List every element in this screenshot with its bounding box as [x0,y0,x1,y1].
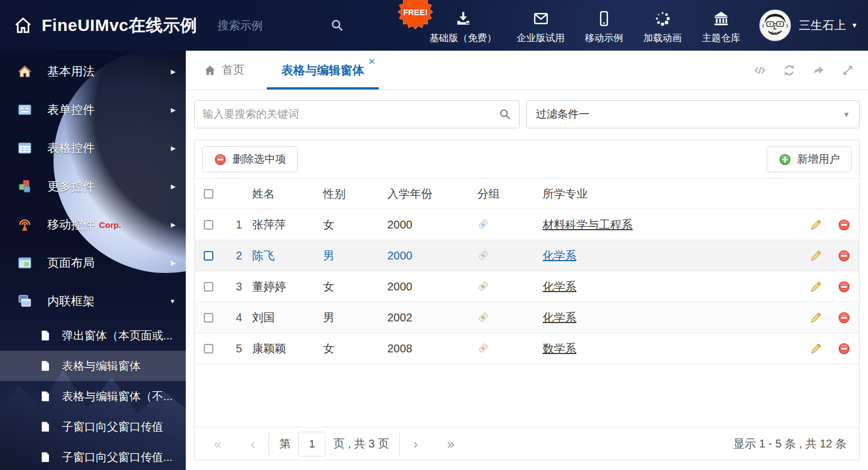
sidebar-item-iframe[interactable]: 内联框架 ▼ [0,282,186,320]
file-icon [39,390,52,402]
col-header-name: 姓名 [243,186,315,202]
table-row: 3 董婷婷 女 2000 化学系 [195,271,859,302]
prev-page-icon[interactable]: ‹ [247,437,258,451]
row-checkbox[interactable] [204,220,213,230]
sidebar-subitem-grid-edit-window[interactable]: 表格与编辑窗体 [0,351,186,381]
share-icon[interactable] [812,64,825,77]
chevron-down-icon: ▼ [851,21,858,29]
sidebar-subitem-popup-window[interactable]: 弹出窗体（本页面或... [0,320,186,351]
edit-row-button[interactable] [809,311,822,324]
cell-year: 2008 [382,342,471,355]
keyword-search-box [194,100,520,128]
sidebar-subitem-grid-edit-window-2[interactable]: 表格与编辑窗体（不... [0,381,186,411]
sidebar-item-layout[interactable]: 页面布局 ▶ [0,244,186,282]
app-header: FineUIMvc在线示例 FREE! 基础版（免费） 企业版试用 移动示例 加… [0,0,868,51]
bank-icon [713,10,730,27]
col-header-group: 分组 [471,186,536,202]
cell-gender: 女 [315,217,382,232]
row-checkbox[interactable] [204,251,213,261]
edit-row-button[interactable] [809,342,822,355]
cell-name: 董婷婷 [243,279,315,294]
fullscreen-icon[interactable] [841,64,854,77]
main-area: 首页 表格与编辑窗体 ✕ [186,51,868,470]
col-header-major: 所学专业 [536,186,803,202]
nav-basic-free[interactable]: FREE! 基础版（免费） [429,7,496,44]
user-menu[interactable]: 三生石上 ▼ [759,10,858,41]
grid-icon [17,140,33,156]
nav-themes[interactable]: 主题仓库 [702,7,740,44]
home-icon [204,64,216,77]
nav-enterprise[interactable]: 企业版试用 [517,7,565,44]
edit-row-button[interactable] [809,249,822,262]
major-link[interactable]: 材料科学与工程系 [543,218,633,231]
delete-row-button[interactable] [838,311,851,324]
view-source-icon[interactable] [753,64,767,77]
keyword-search-input[interactable] [195,108,499,120]
spinner-icon [654,10,671,27]
delete-row-button[interactable] [838,249,851,262]
chevron-down-icon: ▼ [843,110,850,119]
download-icon [455,10,472,27]
grid-header-row: 姓名 性别 入学年份 分组 所学专业 [195,179,859,209]
search-icon[interactable] [330,19,344,32]
tag-icon [477,312,489,323]
next-page-icon[interactable]: › [410,437,421,451]
row-index: 2 [222,249,243,262]
delete-row-button[interactable] [838,342,851,355]
data-grid: 姓名 性别 入学年份 分组 所学专业 1 张萍萍 女 2000 材料科学与工程系… [195,179,859,460]
sidebar: 基本用法 ▶ 表单控件 ▶ 表格控件 ▶ 更多控件 ▶ 移动控件 Corp. ▶… [0,51,186,470]
delete-row-button[interactable] [838,218,851,231]
page-number-input[interactable] [298,432,325,456]
frames-icon [17,293,33,309]
row-checkbox[interactable] [204,313,213,323]
cell-name: 陈飞 [243,248,315,263]
tag-icon [477,219,489,230]
sidebar-subitem-child-to-parent-2[interactable]: 子窗口向父窗口传值... [0,442,186,470]
refresh-icon[interactable] [782,64,796,77]
last-page-icon[interactable]: » [444,437,458,451]
add-user-button[interactable]: 新增用户 [767,146,852,172]
sidebar-item-mobile[interactable]: 移动控件 Corp. ▶ [0,205,186,244]
grid-empty-space [195,364,859,427]
tab-grid-edit-window[interactable]: 表格与编辑窗体 ✕ [267,51,379,89]
nav-mobile-demo[interactable]: 移动示例 [585,7,623,44]
edit-row-button[interactable] [809,218,822,231]
cell-year: 2000 [382,218,471,231]
chevron-right-icon: ▶ [171,221,176,229]
tab-home[interactable]: 首页 [198,51,250,89]
row-checkbox[interactable] [204,282,213,292]
close-tab-icon[interactable]: ✕ [368,57,375,66]
sidebar-item-form[interactable]: 表单控件 ▶ [0,91,186,129]
grid-rows: 1 张萍萍 女 2000 材料科学与工程系 2 陈飞 男 2000 化学系 3 … [195,209,859,364]
chevron-down-icon: ▼ [169,298,176,305]
cell-gender: 男 [315,248,382,263]
file-icon [39,420,52,433]
major-link[interactable]: 化学系 [543,249,576,262]
cell-gender: 男 [315,310,382,325]
table-row: 1 张萍萍 女 2000 材料科学与工程系 [195,209,859,240]
cubes-icon [17,178,33,194]
home-icon[interactable] [14,16,33,35]
sidebar-item-basic[interactable]: 基本用法 ▶ [0,52,186,91]
major-link[interactable]: 化学系 [543,311,576,324]
major-link[interactable]: 化学系 [543,280,576,293]
select-all-checkbox[interactable] [204,189,213,199]
header-search-input[interactable] [218,19,307,32]
sidebar-item-grid[interactable]: 表格控件 ▶ [0,129,186,167]
row-checkbox[interactable] [204,344,213,353]
sidebar-item-more[interactable]: 更多控件 ▶ [0,167,186,205]
delete-row-button[interactable] [838,280,851,293]
search-icon[interactable] [499,108,511,120]
home-colored-icon [17,64,33,79]
mobile-icon [596,10,612,27]
chevron-right-icon: ▶ [171,106,176,114]
filter-dropdown[interactable]: 过滤条件一 ▼ [526,100,860,128]
sidebar-subitem-child-to-parent[interactable]: 子窗口向父窗口传值 [0,411,186,442]
edit-row-button[interactable] [809,280,822,293]
delete-selected-button[interactable]: 删除选中项 [202,146,298,172]
tab-active-label: 表格与编辑窗体 [281,62,364,78]
major-link[interactable]: 数学系 [543,342,576,355]
col-header-year: 入学年份 [382,186,471,202]
first-page-icon[interactable]: « [211,437,225,451]
nav-loading[interactable]: 加载动画 [643,7,682,44]
